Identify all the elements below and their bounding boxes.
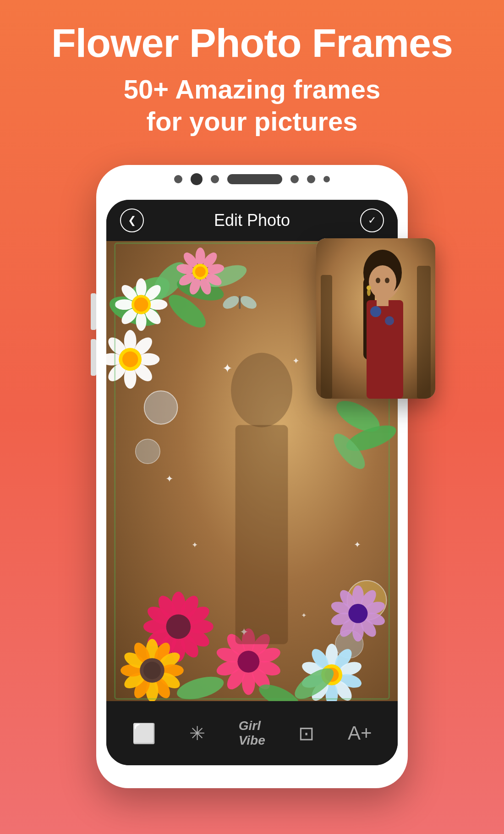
svg-rect-122 [321, 275, 332, 399]
toolbar-effects[interactable]: ✳ [189, 722, 205, 745]
svg-point-135 [367, 289, 371, 296]
frame-icon: ⬜ [132, 722, 156, 745]
adjust-icon: ⊡ [298, 722, 314, 745]
phone-dot-3 [290, 175, 299, 183]
toolbar-frame[interactable]: ⬜ [132, 722, 156, 745]
volume-down-button [91, 339, 96, 376]
phone-dot-5 [323, 176, 330, 182]
phone-top-bar [137, 173, 367, 185]
svg-point-129 [385, 316, 394, 325]
phone-dot-2 [211, 175, 219, 183]
phone-dot-4 [307, 175, 315, 183]
toolbar-text[interactable]: A+ [348, 722, 372, 744]
toolbar-sticker[interactable]: GirlVibe [239, 719, 265, 748]
confirm-button[interactable]: ✓ [360, 208, 384, 232]
back-button[interactable]: ❮ [120, 208, 144, 232]
screen-title: Edit Photo [214, 211, 290, 230]
main-title: Flower Photo Frames [0, 22, 504, 64]
svg-point-132 [385, 278, 389, 283]
svg-point-128 [370, 306, 381, 317]
front-camera [191, 173, 203, 185]
app-bar: ❮ Edit Photo ✓ [106, 200, 398, 241]
phone-mockup: ❮ Edit Photo ✓ [96, 165, 408, 788]
toolbar-adjust[interactable]: ⊡ [298, 722, 314, 745]
svg-point-131 [376, 278, 380, 283]
effects-icon: ✳ [189, 722, 205, 745]
text-icon: A+ [348, 722, 372, 744]
volume-up-button [91, 293, 96, 330]
preview-inner [316, 238, 435, 399]
subtitle: 50+ Amazing frames for your pictures [0, 73, 504, 137]
bottom-toolbar: ⬜ ✳ GirlVibe ⊡ A+ [106, 701, 398, 765]
svg-rect-123 [417, 266, 431, 399]
phone-speaker [227, 174, 282, 184]
preview-card [316, 238, 435, 399]
phone-dot-1 [174, 175, 182, 183]
svg-rect-133 [377, 297, 389, 306]
header-section: Flower Photo Frames 50+ Amazing frames f… [0, 0, 504, 151]
sticker-icon: GirlVibe [239, 719, 265, 748]
svg-point-130 [369, 265, 396, 298]
